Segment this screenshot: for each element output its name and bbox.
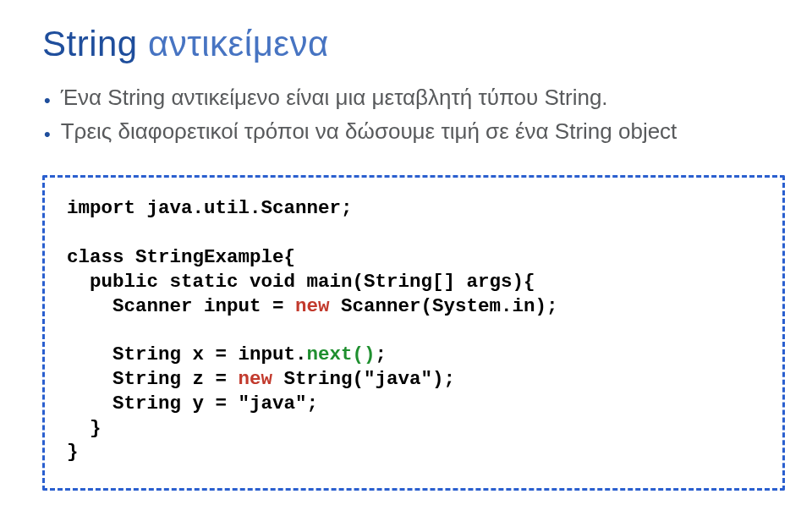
bullet-list: • Ένα String αντικείμενο είναι μια μεταβ… xyxy=(44,83,770,146)
code-line: String y = "java"; xyxy=(67,392,318,414)
bullet-dot-icon: • xyxy=(44,122,51,147)
title-rest: αντικείμενα xyxy=(138,24,329,63)
code-line-part: String z = xyxy=(67,368,239,390)
bullet-text: Τρεις διαφορετικοί τρόποι να δώσουμε τιμ… xyxy=(61,117,678,146)
bullet-item: • Τρεις διαφορετικοί τρόποι να δώσουμε τ… xyxy=(44,117,770,147)
method-call: next() xyxy=(307,343,376,365)
bullet-item: • Ένα String αντικείμενο είναι μια μεταβ… xyxy=(44,83,770,113)
title-code-word: String xyxy=(42,24,138,63)
keyword-new: new xyxy=(239,368,273,390)
keyword-new: new xyxy=(295,295,330,317)
code-line-part: ; xyxy=(376,343,387,365)
code-line-part: Scanner(System.in); xyxy=(330,295,558,317)
code-line: } xyxy=(67,417,102,439)
code-line: class StringExample{ xyxy=(67,246,295,268)
bullet-text: Ένα String αντικείμενο είναι μια μεταβλη… xyxy=(61,83,608,113)
code-box: import java.util.Scanner; class StringEx… xyxy=(42,175,785,491)
bullet-dot-icon: • xyxy=(44,88,51,113)
code-line: import java.util.Scanner; xyxy=(67,197,353,219)
code-block: import java.util.Scanner; class StringEx… xyxy=(67,196,760,464)
code-line-part: String("java"); xyxy=(272,368,455,390)
code-line: public static void main(String[] args){ xyxy=(67,271,535,293)
code-line: } xyxy=(67,441,79,463)
code-line-part: Scanner input = xyxy=(67,295,295,317)
slide: String αντικείμενα • Ένα String αντικείμ… xyxy=(0,0,812,516)
slide-title: String αντικείμενα xyxy=(42,24,770,64)
code-line-part: String x = input. xyxy=(67,343,307,365)
